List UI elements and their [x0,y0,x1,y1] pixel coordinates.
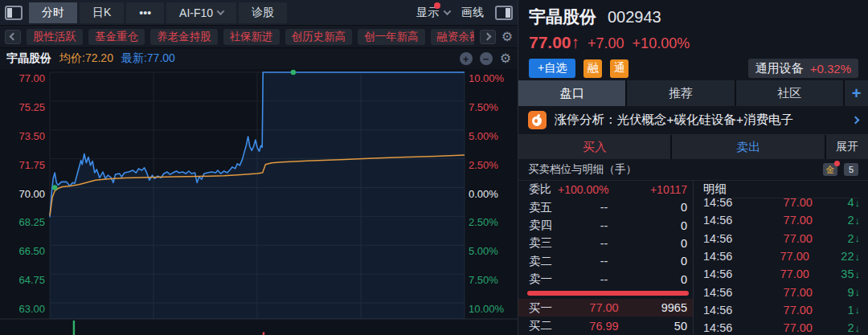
weibi-label: 委比 [529,182,551,197]
trade-detail-column: 明细 14:5677.004↓14:5677.002↓14:5677.002↓1… [693,181,868,335]
stock-tag[interactable]: 融资余额 [431,29,474,45]
buy-tab[interactable]: 买入 [518,135,670,159]
toolbar-tab-日K[interactable]: 日K [80,2,124,23]
sell-direction-arrow-icon: ↓ [855,322,861,334]
stock-name: 宇晶股份 [529,6,596,28]
connect-badge[interactable]: 通 [610,59,628,78]
ask-row[interactable]: 卖五--0 [529,198,687,216]
draw-line-button[interactable]: 画线 [461,6,484,20]
bid-row[interactable]: 买二76.9950 [529,317,687,334]
limit-up-analysis-text: 涨停分析：光伏概念+碳化硅设备+消费电子 [555,112,793,129]
stock-tag-bar: 股性活跃基金重仓养老金持股社保新进创历史新高创一年新高融资余额 ⚙ [0,26,518,48]
order-book-levels: 委比 +100.00% +10117 卖五--0卖四--0卖三--0卖二--0卖… [518,181,693,335]
tick-volume: 2 [847,232,854,245]
five-level-badge[interactable]: 5 [844,163,858,176]
collapse-left-panel-icon[interactable] [5,6,23,20]
stock-trading-app: 分时日K•••AI-F10诊股 显示 画线 股性活跃基金重仓养老金持股社保新进创… [0,0,868,335]
y-axis-percent-label: 7.50% [469,274,498,286]
weibi-value: +10117 [650,183,687,196]
y-axis-percent-label: 5.00% [469,129,498,141]
chevron-down-icon [217,7,225,15]
expand-button[interactable]: 展开 [826,135,868,159]
chart-settings-gear-icon[interactable]: ⚙ [500,52,511,65]
stock-tag[interactable]: 创历史新高 [285,29,353,45]
stock-tag[interactable]: 养老金持股 [150,29,218,45]
zoom-out-icon[interactable]: − [480,52,493,65]
ask-volume: 0 [642,201,687,214]
chevron-right-icon [852,116,860,125]
zoom-in-icon[interactable]: + [460,52,473,65]
tick-volume: 9 [847,286,854,299]
toolbar-tab-AI-F10[interactable]: AI-F10 [166,2,236,23]
order-book-title-row: 买卖档位与明细（手） 金 5 [518,159,868,180]
ask-row[interactable]: 卖一--0 [529,271,687,288]
detail-header: 明细 [703,181,860,198]
timeshare-chart[interactable]: 77.0010.00%75.257.50%73.505.00%71.752.50… [0,69,518,335]
tick-time: 14:56 [703,214,748,227]
bid-price: 77.00 [566,301,642,314]
toolbar-tab-分时[interactable]: 分时 [29,2,77,23]
tick-row: 14:5677.001↓ [703,301,860,319]
tags-scroll-right-button[interactable] [480,30,496,44]
toolbar-tab-label: 分时 [42,6,64,20]
toolbar-right-group: 显示 画线 [416,6,513,20]
ask-volume: 0 [642,273,687,286]
tick-price: 77.00 [748,286,847,299]
toolbar-tab-诊股[interactable]: 诊股 [239,2,287,23]
ask-row[interactable]: 卖二--0 [529,252,687,270]
level2-gold-icon[interactable]: 金 [823,163,837,176]
y-axis-price-label: 71.75 [2,158,45,170]
display-menu[interactable]: 显示 [416,6,450,20]
y-axis-percent-label: 5.00% [469,245,498,257]
sell-tab[interactable]: 卖出 [672,135,825,159]
chart-zoom-controls: + − ⚙ [460,52,511,65]
add-tab-button[interactable]: + [845,80,868,106]
panel-tab-盘口[interactable]: 盘口 [518,80,625,106]
stock-tag[interactable]: 股性活跃 [27,29,83,45]
stock-tag[interactable]: 创一年新高 [358,29,425,45]
toolbar-tab-•••[interactable]: ••• [126,2,164,23]
collapse-right-panel-icon[interactable] [495,6,513,20]
tick-volume: 2 [847,321,854,334]
weibi-percent: +100.00% [558,183,608,196]
ask-price: -- [566,237,642,250]
ask-volume: 0 [642,219,687,232]
tick-price: 77.00 [748,214,847,227]
panel-tab-社区[interactable]: 社区 [736,80,843,106]
tick-price: 77.00 [748,250,841,263]
sector-link[interactable]: 通用设备 +0.32% [748,59,858,78]
bid-row[interactable]: 买一77.009965 [518,299,693,317]
tick-time: 14:56 [703,232,748,245]
tick-price: 77.00 [748,321,847,334]
ask-price: -- [566,273,642,286]
tick-volume: 1 [847,304,854,317]
ask-volume: 0 [642,255,687,268]
bid-level-label: 买一 [529,300,566,316]
stock-tag[interactable]: 社保新进 [223,29,280,45]
tick-price: 77.00 [748,268,841,280]
tags-settings-gear-icon[interactable]: ⚙ [502,31,513,43]
price-change: +7.00 [588,35,624,52]
chart-stock-name: 宇晶股份 [6,51,51,66]
sell-direction-arrow-icon: ↓ [855,214,861,227]
limit-up-analysis-row[interactable]: 涨停分析：光伏概念+碳化硅设备+消费电子 [518,106,868,135]
tag-list: 股性活跃基金重仓养老金持股社保新进创历史新高创一年新高融资余额 [27,29,474,45]
margin-badge[interactable]: 融 [583,59,602,78]
ask-level-label: 卖三 [529,235,566,251]
sell-direction-arrow-icon: ↓ [855,268,861,280]
tick-time: 14:56 [703,304,748,317]
tick-time: 14:56 [703,286,748,299]
add-watchlist-button[interactable]: +自选 [529,59,575,78]
panel-tab-推荐[interactable]: 推荐 [627,80,734,106]
stock-tag[interactable]: 基金重仓 [88,29,145,45]
y-axis-percent-label: 10.00% [469,72,504,84]
ask-row[interactable]: 卖三--0 [529,235,687,252]
notification-dot-icon [434,2,440,9]
last-price-value: 最新:77.00 [121,51,175,66]
ask-row[interactable]: 卖四--0 [529,216,687,234]
bid-price: 76.99 [566,320,642,333]
bid-level-label: 买二 [529,318,566,333]
gold-red-dot-icon [834,161,840,166]
tags-scroll-left-button[interactable] [5,30,21,44]
tick-time: 14:56 [703,268,748,280]
